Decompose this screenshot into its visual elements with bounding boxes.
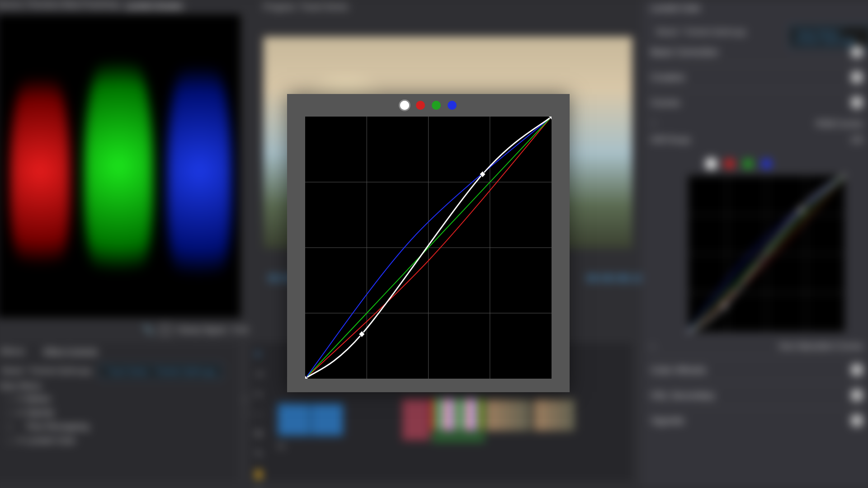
check-icon[interactable]	[851, 389, 863, 401]
wrench-icon[interactable]: 🔧	[143, 325, 153, 335]
mini-curves-plot[interactable]	[688, 175, 845, 333]
section-creative[interactable]: Creative	[651, 71, 863, 84]
lumetri-master-tab[interactable]: Master * Kindred Spirits.jpg	[651, 25, 751, 39]
section-hue-sat[interactable]: ▷ Hue Saturation Curves	[651, 341, 863, 351]
fx-row-opacity[interactable]: ▷Opacity◇	[8, 408, 54, 418]
mini-channel-selector	[706, 159, 772, 169]
tab-effect-controls[interactable]: Effect Controls	[40, 343, 101, 360]
timeline-clip[interactable]	[311, 403, 344, 436]
bit-depth-label: 8 bit	[232, 325, 248, 334]
clamp-signal-label: Clamp Signal	[177, 325, 226, 334]
fx-row-motion[interactable]: ▷Motion◇	[8, 394, 51, 404]
rgb-curves-editor	[287, 94, 570, 392]
channel-white[interactable]	[400, 101, 409, 110]
hand-tool-icon[interactable]: ✋	[253, 469, 264, 479]
timeline-clip[interactable]	[485, 399, 532, 432]
v1-label[interactable]: V1	[277, 442, 285, 450]
track-select-tool-icon[interactable]: ⇥	[253, 368, 264, 379]
lumetri-panel-title: Lumetri Color	[651, 4, 700, 13]
tab-effects[interactable]: Effects	[0, 343, 28, 360]
mini-channel-red[interactable]	[725, 159, 735, 169]
section-rgb-curves[interactable]: ▽ RGB Curves	[651, 119, 863, 129]
fx-section-header: Video Effects	[0, 382, 42, 390]
program-panel-title: Program: Travel Series	[264, 2, 349, 12]
mini-channel-green[interactable]	[743, 159, 753, 169]
channel-green[interactable]	[432, 101, 441, 110]
rate-stretch-tool-icon[interactable]: ↔	[253, 408, 264, 419]
lumetri-active-tab[interactable]: Travel Series * Kindred Spirits.jpg	[789, 25, 868, 48]
fx-row-time-remap[interactable]: ▷Time Remapping	[8, 422, 89, 432]
timeline-clip[interactable]	[402, 399, 430, 441]
curves-plot[interactable]	[305, 117, 552, 379]
hdr-range-row[interactable]: HDR Range 100	[651, 136, 863, 144]
rgb-parade-scope	[0, 14, 241, 319]
hdr-range-value: 100	[850, 136, 863, 144]
channel-selector	[287, 101, 570, 110]
check-icon[interactable]	[851, 71, 863, 84]
section-curves[interactable]: Curves	[651, 97, 863, 109]
clamp-check-icon[interactable]	[160, 325, 170, 335]
ripple-tool-icon[interactable]: ✂	[253, 388, 264, 399]
timecode-out: 00:00:06:18	[586, 272, 645, 285]
effect-controls-panel: Effects Effect Controls Master * Kindred…	[0, 343, 238, 481]
check-icon[interactable]	[851, 414, 863, 427]
channel-red[interactable]	[416, 101, 425, 110]
fx-master-clip[interactable]: Master * Kindred Spirits.jpg	[0, 364, 96, 378]
section-vignette[interactable]: Vignette	[651, 414, 863, 427]
keyframe-icon[interactable]: ◇	[243, 394, 249, 404]
section-hsl[interactable]: HSL Secondary	[651, 389, 863, 401]
section-wheels[interactable]: Color Wheels	[651, 364, 863, 376]
check-icon[interactable]	[851, 97, 863, 109]
timeline-audio-clip[interactable]	[432, 433, 485, 442]
timeline-clip[interactable]	[277, 403, 310, 436]
source-panel-title: Source: Premiere Beta Practicing	[0, 0, 118, 9]
check-icon[interactable]	[851, 46, 863, 58]
check-icon[interactable]	[851, 364, 863, 376]
slip-tool-icon[interactable]: ⧉	[253, 428, 264, 439]
selection-tool-icon[interactable]: ▸	[253, 348, 264, 359]
mini-channel-blue[interactable]	[761, 159, 771, 169]
lumetri-panel: Lumetri Color Master * Kindred Spirits.j…	[642, 0, 868, 488]
fx-active-clip[interactable]: Travel Series * Kindred Spirits.jpg	[100, 364, 222, 379]
channel-blue[interactable]	[448, 101, 457, 110]
section-basic[interactable]: Basic Correction	[651, 46, 863, 58]
mini-channel-white[interactable]	[706, 159, 716, 169]
pen-tool-icon[interactable]: ✎	[253, 448, 264, 459]
workspace-dropdown[interactable]: Lumetri Scopes	[125, 0, 183, 10]
fx-row-lumetri[interactable]: ▷Lumetri Color◇	[8, 435, 76, 445]
timeline-clip-bars[interactable]	[432, 399, 482, 431]
timeline-clip[interactable]	[533, 399, 576, 432]
